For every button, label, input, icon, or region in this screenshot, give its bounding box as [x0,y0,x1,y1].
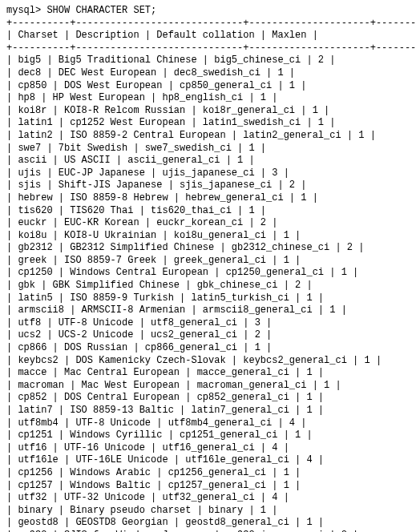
table-row: | gb2312 | GB2312 Simplified Chinese | g… [6,242,410,255]
table-row: | utf32 | UTF-32 Unicode | utf32_general… [6,492,410,505]
table-row: | ascii | US ASCII | ascii_general_ci | … [6,155,410,167]
table-row: | hebrew | ISO 8859-8 Hebrew | hebrew_ge… [6,192,410,205]
table-row: | sjis | Shift-JIS Japanese | sjis_japan… [6,179,410,192]
table-row: | latin5 | ISO 8859-9 Turkish | latin5_t… [6,292,410,305]
table-row: | latin2 | ISO 8859-2 Central European |… [6,130,410,143]
table-row: | utf8mb4 | UTF-8 Unicode | utf8mb4_gene… [6,417,410,430]
table-row: | ucs2 | UCS-2 Unicode | ucs2_general_ci… [6,329,410,342]
table-row: | cp850 | DOS West European | cp850_gene… [6,80,410,93]
table-row: | hp8 | HP West European | hp8_english_c… [6,92,410,105]
terminal-output: mysql> SHOW CHARACTER SET;+----------+--… [6,5,410,532]
table-row: | macce | Mac Central European | macce_g… [6,367,410,380]
table-border: +----------+----------------------------… [6,18,410,30]
table-row: | swe7 | 7bit Swedish | swe7_swedish_ci … [6,143,410,155]
table-row: | cp852 | DOS Central European | cp852_g… [6,392,410,405]
table-row: | koi8r | KOI8-R Relcom Russian | koi8r_… [6,105,410,118]
sql-prompt-line: mysql> SHOW CHARACTER SET; [6,5,410,18]
table-row: | cp1257 | Windows Baltic | cp1257_gener… [6,480,410,493]
table-row: | tis620 | TIS620 Thai | tis620_thai_ci … [6,205,410,218]
table-row: | utf16le | UTF-16LE Unicode | utf16le_g… [6,454,410,467]
table-row: | binary | Binary pseudo charset | binar… [6,505,410,518]
table-row: | ujis | EUC-JP Japanese | ujis_japanese… [6,167,410,180]
table-row: | geostd8 | GEOSTD8 Georgian | geostd8_g… [6,517,410,530]
table-row: | greek | ISO 8859-7 Greek | greek_gener… [6,255,410,268]
table-row: | utf16 | UTF-16 Unicode | utf16_general… [6,442,410,455]
table-row: | cp866 | DOS Russian | cp866_general_ci… [6,342,410,355]
table-row: | utf8 | UTF-8 Unicode | utf8_general_ci… [6,317,410,330]
table-row: | macroman | Mac West European | macroma… [6,380,410,393]
table-row: | keybcs2 | DOS Kamenicky Czech-Slovak |… [6,355,410,368]
table-row: | cp1250 | Windows Central European | cp… [6,267,410,280]
table-row: | koi8u | KOI8-U Ukrainian | koi8u_gener… [6,230,410,243]
table-border: +----------+----------------------------… [6,42,410,55]
table-row: | cp1256 | Windows Arabic | cp1256_gener… [6,467,410,480]
table-row: | dec8 | DEC West European | dec8_swedis… [6,67,410,80]
table-row: | cp1251 | Windows Cyrillic | cp1251_gen… [6,429,410,442]
table-row: | euckr | EUC-KR Korean | euckr_korean_c… [6,217,410,230]
table-row: | gbk | GBK Simplified Chinese | gbk_chi… [6,280,410,292]
table-row: | big5 | Big5 Traditional Chinese | big5… [6,54,410,67]
table-row: | armscii8 | ARMSCII-8 Armenian | armsci… [6,304,410,317]
table-row: | latin7 | ISO 8859-13 Baltic | latin7_g… [6,405,410,417]
table-header-row: | Charset | Description | Default collat… [6,30,410,42]
table-row: | latin1 | cp1252 West European | latin1… [6,117,410,130]
